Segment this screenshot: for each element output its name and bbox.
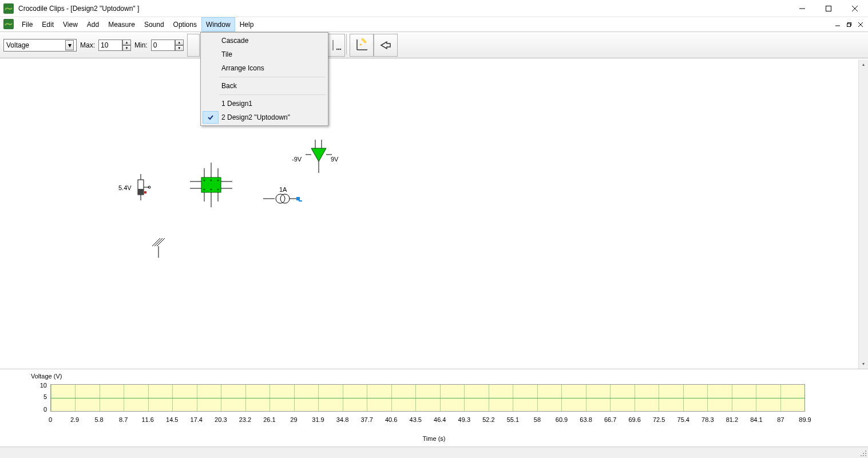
gridline	[756, 385, 756, 411]
svg-line-57	[154, 238, 162, 246]
resize-grip-icon[interactable]	[859, 449, 867, 457]
svg-point-27	[204, 180, 205, 181]
gridline	[391, 385, 392, 411]
gridline	[245, 385, 246, 411]
min-spinner[interactable]: ▲ ▼	[151, 40, 184, 51]
back-button[interactable]	[374, 34, 398, 57]
xtick-label: 49.3	[458, 416, 470, 423]
xtick-label: 46.4	[434, 416, 446, 423]
menu-item-design1[interactable]: 1 Design1	[202, 97, 327, 110]
xtick-label: 34.8	[336, 416, 348, 423]
svg-point-64	[865, 455, 866, 456]
menu-options-label: Options	[173, 21, 197, 29]
graph-edit-button[interactable]	[350, 34, 374, 57]
xtick-label: 60.9	[556, 416, 568, 423]
vertical-scrollbar[interactable]: ▴ ▾	[858, 60, 868, 369]
doc-icon	[3, 19, 14, 29]
gridline	[464, 385, 465, 411]
menu-item-back[interactable]: Back	[202, 79, 327, 93]
mdi-restore-button[interactable]	[844, 19, 854, 30]
scroll-down-button[interactable]: ▾	[859, 359, 868, 369]
svg-point-12	[336, 48, 337, 49]
min-label: Min:	[134, 41, 148, 49]
min-down-button[interactable]: ▼	[175, 45, 184, 51]
xtick-label: 0	[49, 416, 52, 423]
design-canvas[interactable]: 5.4V 1A	[2, 60, 858, 369]
measurement-select[interactable]: Voltage ▾	[3, 39, 77, 52]
menu-window[interactable]: Window	[201, 17, 235, 31]
gridline	[221, 385, 221, 411]
svg-rect-25	[144, 191, 146, 194]
app-icon	[3, 3, 14, 14]
mdi-minimize-button[interactable]	[833, 19, 843, 30]
menu-sound[interactable]: Sound	[140, 17, 169, 31]
gridline	[367, 385, 367, 411]
svg-line-56	[152, 238, 160, 246]
component-chip[interactable]	[185, 163, 237, 210]
graph-x-axis-title: Time (s)	[423, 435, 446, 442]
max-up-button[interactable]: ▲	[122, 40, 131, 45]
component-ground[interactable]	[150, 238, 167, 259]
svg-rect-21	[138, 189, 144, 195]
gridline	[610, 385, 611, 411]
xtick-label: 14.5	[166, 416, 178, 423]
measurement-select-value: Voltage	[6, 41, 29, 49]
xtick-label: 43.5	[410, 416, 422, 423]
menu-help[interactable]: Help	[235, 17, 259, 31]
menu-add[interactable]: Add	[82, 17, 104, 31]
scroll-up-button[interactable]: ▴	[859, 60, 868, 69]
component-opamp[interactable]: -9V 9V	[293, 140, 344, 181]
toolbar-button-1[interactable]	[187, 34, 200, 57]
mdi-close-button[interactable]	[855, 19, 866, 30]
xtick-label: 26.1	[263, 416, 275, 423]
menu-item-tile[interactable]: Tile	[202, 48, 327, 61]
gridline	[804, 385, 805, 411]
max-spinner[interactable]: ▲ ▼	[98, 40, 131, 51]
menu-item-design2-label: 2 Design2 "Uptodown"	[221, 113, 290, 121]
close-button[interactable]	[842, 0, 868, 17]
window-controls	[789, 0, 868, 17]
gridline	[659, 385, 659, 411]
gridline	[561, 385, 562, 411]
max-down-button[interactable]: ▼	[122, 45, 131, 51]
toolbar: Voltage ▾ Max: ▲ ▼ Min: ▲ ▼	[0, 32, 868, 58]
menu-view[interactable]: View	[58, 17, 82, 31]
menu-measure[interactable]: Measure	[104, 17, 140, 31]
max-input[interactable]	[98, 40, 122, 51]
gridline	[440, 385, 441, 411]
menu-help-label: Help	[240, 21, 254, 29]
min-up-button[interactable]: ▲	[175, 40, 184, 45]
toolbar-separator	[346, 34, 348, 54]
xtick-label: 78.3	[701, 416, 714, 423]
menu-item-arrange[interactable]: Arrange Icons	[202, 61, 327, 75]
scroll-track[interactable]	[859, 69, 868, 359]
xtick-label: 72.5	[653, 416, 665, 423]
component-potentiometer[interactable]: 5.4V	[120, 174, 154, 204]
ytick-0: 0	[32, 406, 47, 413]
xtick-label: 37.7	[360, 416, 372, 423]
svg-point-29	[217, 180, 219, 181]
graph-grid	[50, 384, 805, 412]
min-input[interactable]	[151, 40, 175, 51]
menu-item-cascade[interactable]: Cascade	[202, 34, 327, 48]
xtick-label: 66.7	[604, 416, 616, 423]
xtick-label: 29	[290, 416, 297, 423]
opamp-right-label: 9V	[331, 156, 338, 163]
xtick-label: 52.2	[482, 416, 494, 423]
component-current-source[interactable]: 1A	[263, 188, 306, 207]
menu-options[interactable]: Options	[169, 17, 201, 31]
xtick-label: 31.9	[312, 416, 324, 423]
menu-edit[interactable]: Edit	[37, 17, 58, 31]
check-icon	[207, 114, 214, 121]
svg-point-63	[863, 455, 864, 456]
xtick-label: 81.2	[726, 416, 738, 423]
svg-rect-2	[826, 6, 831, 11]
maximize-button[interactable]	[815, 0, 842, 17]
menu-item-cascade-label: Cascade	[221, 37, 248, 45]
menu-file[interactable]: File	[17, 17, 37, 31]
graph-plot-area[interactable]	[50, 384, 805, 412]
menu-item-design2[interactable]: 2 Design2 "Uptodown"	[202, 110, 327, 124]
menu-sound-label: Sound	[144, 21, 164, 29]
toolbar-button-2[interactable]	[328, 34, 345, 57]
minimize-button[interactable]	[789, 0, 815, 17]
